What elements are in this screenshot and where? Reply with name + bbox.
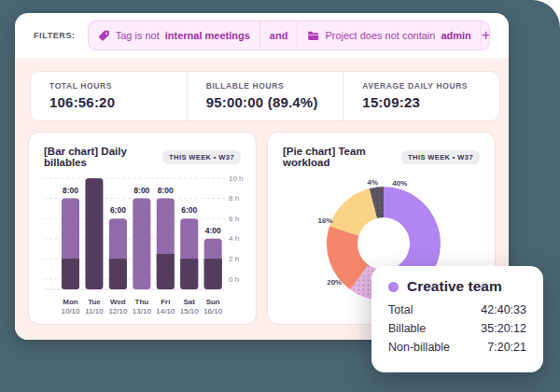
svg-text:4:00: 4:00 xyxy=(205,226,221,235)
stat-label: TOTAL HOURS xyxy=(49,81,187,91)
svg-text:Wed: Wed xyxy=(110,298,126,306)
svg-text:12/10: 12/10 xyxy=(108,307,128,315)
svg-text:4 h: 4 h xyxy=(229,234,239,243)
bar-chart-title: [Bar chart] Daily billables xyxy=(44,146,162,168)
bar-chart[interactable]: 0 h2 h4 h6 h8 h10 h8:00Mon10/1010:00Tue1… xyxy=(44,176,241,320)
svg-text:0 h: 0 h xyxy=(229,275,239,284)
svg-text:4%: 4% xyxy=(368,178,379,187)
filter-project-text: Project does not contain xyxy=(325,30,435,41)
card-header: [Pie chart] Team workload THIS WEEK • W3… xyxy=(283,146,480,168)
series-color-dot xyxy=(388,282,399,292)
filter-pill-group: Tag is not internal meetings and Project… xyxy=(88,21,490,50)
tooltip-row-label: Total xyxy=(388,303,413,316)
svg-text:Fri: Fri xyxy=(161,298,170,306)
period-badge: THIS WEEK • W37 xyxy=(162,150,241,164)
tooltip-row-billable: Billable 35:20:12 xyxy=(388,322,526,335)
stat-value: 15:09:23 xyxy=(362,94,499,110)
tooltip-title: Creative team xyxy=(407,278,502,295)
svg-text:8:00: 8:00 xyxy=(158,186,174,195)
stat-billable-hours: BILLABLE HOURS 95:00:00 (89.4%) xyxy=(187,72,343,120)
tooltip-row-value: 7:20:21 xyxy=(487,341,526,354)
card-header: [Bar chart] Daily billables THIS WEEK • … xyxy=(44,146,241,168)
stat-value: 95:00:00 (89.4%) xyxy=(206,94,343,110)
svg-text:Mon: Mon xyxy=(63,298,78,306)
filter-operator-and[interactable]: and xyxy=(259,21,298,49)
svg-text:40%: 40% xyxy=(392,179,407,188)
pie-tooltip: Creative team Total 42:40:33 Billable 35… xyxy=(371,266,543,372)
tooltip-row-total: Total 42:40:33 xyxy=(388,303,526,316)
stats-summary-card: TOTAL HOURS 106:56:20 BILLABLE HOURS 95:… xyxy=(30,71,500,121)
svg-text:8:00: 8:00 xyxy=(133,186,149,195)
tooltip-row-value: 35:20:12 xyxy=(481,322,526,335)
svg-text:Sat: Sat xyxy=(184,298,196,306)
svg-text:6:00: 6:00 xyxy=(110,205,126,215)
svg-text:2 h: 2 h xyxy=(229,255,239,263)
stat-value: 106:56:20 xyxy=(49,94,187,110)
tooltip-row-label: Billable xyxy=(388,322,426,335)
filter-tag-text: Tag is not xyxy=(116,30,160,41)
tooltip-header: Creative team xyxy=(388,278,526,295)
svg-text:10/10: 10/10 xyxy=(61,307,80,315)
add-filter-button[interactable]: + xyxy=(481,21,490,49)
svg-text:10 h: 10 h xyxy=(229,176,244,183)
svg-text:8 h: 8 h xyxy=(229,194,239,203)
tooltip-row-label: Non-billable xyxy=(388,341,450,354)
svg-text:13/10: 13/10 xyxy=(133,307,152,315)
tag-icon xyxy=(98,30,110,42)
svg-text:15/10: 15/10 xyxy=(180,307,200,315)
folder-icon xyxy=(307,30,319,42)
stat-label: AVERAGE DAILY HOURS xyxy=(362,81,499,91)
svg-text:6 h: 6 h xyxy=(229,215,239,223)
stat-total-hours: TOTAL HOURS 106:56:20 xyxy=(31,72,187,120)
tooltip-row-nonbillable: Non-billable 7:20:21 xyxy=(388,341,526,354)
tooltip-row-value: 42:40:33 xyxy=(481,303,526,316)
svg-text:11/10: 11/10 xyxy=(85,307,104,315)
pie-chart-title: [Pie chart] Team workload xyxy=(283,146,401,168)
svg-text:20%: 20% xyxy=(327,278,342,287)
period-badge: THIS WEEK • W37 xyxy=(401,150,480,164)
svg-text:8:00: 8:00 xyxy=(63,186,78,195)
filters-bar: FILTERS: Tag is not internal meetings an… xyxy=(15,13,509,58)
filters-label: FILTERS: xyxy=(34,31,76,40)
svg-text:14/10: 14/10 xyxy=(156,307,175,315)
filter-project-emphasis: admin xyxy=(441,30,470,41)
filter-project[interactable]: Project does not contain admin xyxy=(297,21,480,49)
stat-label: BILLABLE HOURS xyxy=(206,81,343,91)
stat-average-daily-hours: AVERAGE DAILY HOURS 15:09:23 xyxy=(343,72,499,120)
svg-text:16/10: 16/10 xyxy=(203,307,223,315)
svg-text:Thu: Thu xyxy=(135,298,149,306)
bar-chart-card: [Bar chart] Daily billables THIS WEEK • … xyxy=(28,132,257,325)
svg-text:Tue: Tue xyxy=(88,298,101,306)
svg-text:Sun: Sun xyxy=(206,298,220,306)
filter-tag[interactable]: Tag is not internal meetings xyxy=(89,21,259,49)
svg-text:6:00: 6:00 xyxy=(181,205,197,215)
filter-tag-emphasis: internal meetings xyxy=(165,30,250,41)
svg-text:16%: 16% xyxy=(317,217,332,225)
